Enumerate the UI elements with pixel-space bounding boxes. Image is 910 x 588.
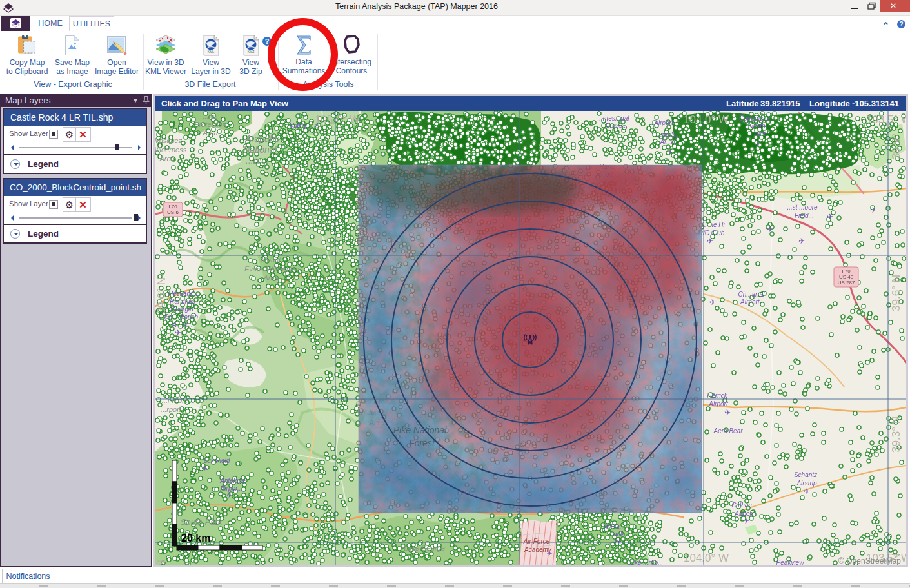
- svg-text:...ke ...rpo...: ...ke ...rpo...: [629, 559, 664, 565]
- svg-text:I 70: I 70: [168, 204, 177, 210]
- svg-text:Airport: Airport: [708, 400, 729, 407]
- svg-text:National: National: [243, 144, 277, 155]
- svg-text:US 6: US 6: [167, 210, 179, 215]
- svg-text:Air Force: Air Force: [523, 538, 550, 545]
- svg-text:Arapaho: Arapaho: [245, 133, 280, 144]
- svg-text:✈: ✈: [667, 148, 673, 157]
- svg-text:39.3° N: 39.3° N: [890, 416, 902, 453]
- svg-text:Cross...: Cross...: [606, 122, 628, 129]
- svg-text:...st ...oore: ...st ...oore: [787, 204, 818, 211]
- svg-text:Comanche: Comanche: [739, 115, 771, 122]
- svg-text:✈: ✈: [798, 237, 805, 246]
- svg-text:✈: ✈: [226, 491, 233, 500]
- svg-text:W Fla...: W Fla...: [603, 523, 625, 530]
- svg-text:Peakview: Peakview: [776, 559, 805, 565]
- svg-text:✈: ✈: [755, 140, 761, 149]
- svg-text:Herrick: Herrick: [707, 392, 728, 399]
- svg-text:✈: ✈: [767, 225, 773, 234]
- svg-text:105.0° W: 105.0° W: [315, 113, 360, 126]
- svg-text:Ai...o...: Ai...o...: [659, 139, 680, 146]
- svg-text:...ies: ...ies: [203, 112, 218, 120]
- svg-text:C...le Hi: C...le Hi: [702, 221, 725, 228]
- svg-text:...r Mo...: ...r Mo...: [162, 397, 188, 404]
- svg-text:Pike National: Pike National: [393, 425, 447, 435]
- svg-text:South Park: South Park: [181, 517, 223, 527]
- svg-text:KML: KML: [208, 50, 215, 54]
- svg-text:...nd S...: ...nd S...: [657, 131, 680, 138]
- svg-text:...nch: ...nch: [608, 531, 624, 538]
- svg-text:Protection: Protection: [194, 121, 226, 128]
- svg-text:Livesto...: Livesto...: [745, 122, 771, 130]
- svg-text:Airstrip: Airstrip: [796, 480, 817, 487]
- svg-text:39.0° N: 39.0° N: [155, 560, 168, 565]
- svg-text:Forest: Forest: [409, 438, 435, 448]
- svg-text:Airport...: Airport...: [740, 299, 765, 306]
- svg-text:A...or...: A...or...: [172, 321, 193, 328]
- svg-text:✈: ✈: [724, 408, 731, 417]
- svg-text:✈: ✈: [804, 487, 810, 496]
- svg-text:Area: Area: [262, 274, 278, 282]
- svg-text:...rport: ...rport: [161, 406, 182, 413]
- svg-text:Aero Bear: Aero Bear: [713, 427, 743, 435]
- svg-text:104.0° W: 104.0° W: [684, 113, 729, 126]
- svg-text:✈: ✈: [870, 206, 876, 215]
- svg-text:R/C Club: R/C Club: [698, 230, 725, 237]
- svg-text:Ranches: Ranches: [170, 298, 195, 305]
- svg-text:...ntes...nal: ...ntes...nal: [598, 115, 630, 122]
- svg-text:39.9°: 39.9°: [890, 133, 902, 159]
- svg-text:Wilderness: Wilderness: [155, 146, 187, 153]
- svg-text:✈: ✈: [827, 212, 833, 221]
- svg-text:✈: ✈: [175, 328, 181, 337]
- svg-text:Mount: Mount: [261, 256, 282, 264]
- svg-text:Field...: Field...: [795, 212, 814, 219]
- svg-text:Vasquez: Vasquez: [155, 137, 183, 144]
- svg-text:Pa... Ranch: Pa... Ranch: [164, 313, 199, 320]
- svg-text:✈: ✈: [743, 516, 749, 525]
- svg-text:I 70: I 70: [842, 268, 851, 274]
- svg-text:© OpenStreetMap: © OpenStreetMap: [838, 556, 901, 565]
- svg-text:104.0° W: 104.0° W: [684, 552, 729, 564]
- svg-text:39.6° N: 39.6° N: [890, 275, 902, 311]
- svg-text:Lake George: Lake George: [404, 544, 445, 552]
- svg-text:Area: Area: [159, 155, 174, 162]
- svg-text:✈: ✈: [546, 549, 552, 557]
- svg-text:Schantz: Schantz: [794, 471, 817, 478]
- svg-text:Antelope: Antelope: [219, 477, 246, 484]
- svg-text:Lux Field: Lux Field: [204, 457, 230, 464]
- svg-text:20 km: 20 km: [181, 533, 210, 544]
- svg-text:✈: ✈: [201, 464, 208, 473]
- svg-text:✈: ✈: [709, 298, 716, 307]
- svg-text:...port: ...port: [749, 130, 766, 137]
- svg-text:Area: Area: [202, 129, 217, 137]
- svg-text:...re...: ...re...: [246, 155, 269, 166]
- svg-text:US 287: US 287: [838, 280, 855, 286]
- svg-text:US 40: US 40: [839, 274, 854, 280]
- svg-text:Georgia: Georgia: [170, 306, 193, 313]
- svg-text:Airport: Airport: [653, 119, 674, 126]
- svg-text:✈: ✈: [707, 237, 713, 246]
- svg-text:39.6° N: 39.6° N: [155, 277, 168, 314]
- svg-text:Heckend...: Heckend...: [168, 290, 199, 297]
- svg-text:Ch...arral: Ch...arral: [738, 291, 765, 298]
- svg-text:Evans Wilderness: Evans Wilderness: [244, 265, 301, 273]
- svg-text:103.5° W: 103.5° W: [866, 113, 906, 126]
- svg-text:KMZ: KMZ: [248, 50, 255, 54]
- svg-text:Calhan: Calhan: [731, 502, 752, 509]
